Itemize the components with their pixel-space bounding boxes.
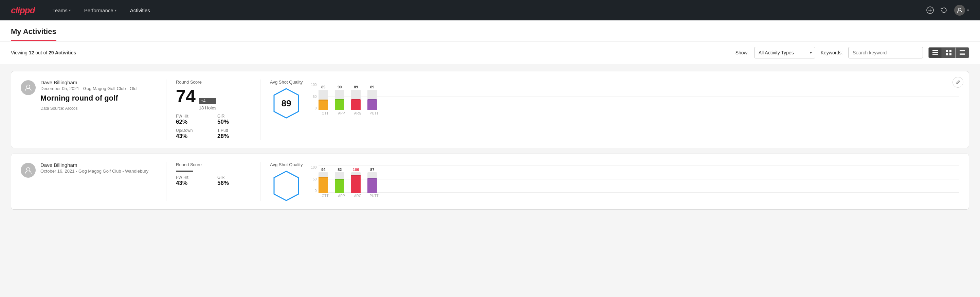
card-info: Dave Billingham December 05, 2021 - Gog … xyxy=(40,80,137,111)
score-row-2 xyxy=(176,170,251,172)
card-left: Dave Billingham December 05, 2021 - Gog … xyxy=(21,80,156,111)
card-meta-2: October 16, 2021 - Gog Magog Golf Club -… xyxy=(40,169,148,174)
show-label: Show: xyxy=(735,50,749,55)
updown-label: Up/Down xyxy=(176,128,209,133)
nav-item-performance[interactable]: Performance ▾ xyxy=(83,5,118,16)
svg-rect-10 xyxy=(950,53,951,55)
card-divider-4 xyxy=(260,162,261,201)
refresh-button[interactable] xyxy=(940,7,947,14)
stat-grid: FW Hit 62% GIR 50% Up/Down 43% 1 Putt 28… xyxy=(176,114,251,140)
user-name: Dave Billingham xyxy=(40,80,137,85)
round-score-2 xyxy=(176,170,193,172)
x-label-app: APP xyxy=(337,112,346,115)
round-score-label: Round Score xyxy=(176,80,251,85)
search-input[interactable] xyxy=(848,47,923,59)
list-view-btn[interactable] xyxy=(928,47,942,58)
user-menu-button[interactable]: ▾ xyxy=(954,5,969,16)
x-label-arg: ARG xyxy=(353,112,363,115)
oneputt-value: 28% xyxy=(217,133,251,140)
svg-rect-7 xyxy=(946,50,948,52)
bar2-arg: 106 xyxy=(351,168,361,193)
svg-rect-6 xyxy=(932,54,938,55)
bar-app: 90 xyxy=(335,85,344,110)
compact-view-btn[interactable] xyxy=(956,47,969,58)
stat-item: Up/Down 43% xyxy=(176,128,209,140)
performance-chevron-icon: ▾ xyxy=(115,8,116,12)
svg-point-17 xyxy=(27,168,30,171)
bar2-putt: 87 xyxy=(368,168,377,193)
data-source: Data Source: Arccos xyxy=(40,106,137,111)
shot-quality-chart-2: 100 50 0 94 xyxy=(311,166,959,198)
card-divider xyxy=(166,80,166,140)
stat-item-fw: FW Hit 43% xyxy=(176,175,209,187)
bar-putt: 89 xyxy=(368,85,377,110)
svg-rect-12 xyxy=(959,52,965,52)
grid-view-btn[interactable] xyxy=(942,47,956,58)
avatar xyxy=(954,5,965,16)
gir-label: GIR xyxy=(217,114,251,118)
add-button[interactable] xyxy=(926,6,934,14)
svg-rect-9 xyxy=(946,53,948,55)
nav-item-teams[interactable]: Teams ▾ xyxy=(51,5,72,16)
stat-item: 1 Putt 28% xyxy=(217,128,251,140)
hexagon-wrapper-2: Avg Shot Quality xyxy=(270,162,303,201)
round-score: 74 xyxy=(176,87,196,105)
bar-arg: 89 xyxy=(351,85,361,110)
holes: 18 Holes xyxy=(199,105,216,110)
svg-rect-13 xyxy=(959,53,965,54)
viewing-text: Viewing 12 out of 29 Activities xyxy=(11,50,730,55)
stat-item-gir: GIR 56% xyxy=(217,175,251,187)
logo[interactable]: clippd xyxy=(11,5,35,16)
card-stats-2: Round Score FW Hit 43% GIR 56% xyxy=(176,162,251,187)
user-name-2: Dave Billingham xyxy=(40,162,148,168)
card-quality-2: Avg Shot Quality 100 50 0 xyxy=(270,162,959,201)
keywords-label: Keywords: xyxy=(821,50,843,55)
avatar-2 xyxy=(21,163,36,178)
svg-rect-14 xyxy=(959,54,965,55)
stat-grid-2: FW Hit 43% GIR 56% xyxy=(176,175,251,187)
viewing-total: 29 xyxy=(49,50,54,55)
activity-card: Dave Billingham December 05, 2021 - Gog … xyxy=(11,71,969,148)
hexagon-2 xyxy=(273,171,300,201)
hexagon: 89 xyxy=(273,88,300,118)
score-row: 74 +4 18 Holes xyxy=(176,87,251,110)
card-divider-3 xyxy=(166,162,166,201)
oneputt-label: 1 Putt xyxy=(217,128,251,133)
card-quality: Avg Shot Quality 89 100 50 0 xyxy=(270,80,959,118)
page-title: My Activities xyxy=(11,27,56,41)
x-label-putt: PUTT xyxy=(369,112,379,115)
page-header: My Activities xyxy=(0,21,980,42)
nav-item-activities[interactable]: Activities xyxy=(129,5,151,16)
stat-item: GIR 50% xyxy=(217,114,251,125)
view-toggle xyxy=(928,47,969,58)
filter-bar: Viewing 12 out of 29 Activities Show: Al… xyxy=(0,42,980,64)
fw-hit-label: FW Hit xyxy=(176,114,209,118)
navbar: clippd Teams ▾ Performance ▾ Activities xyxy=(0,0,980,21)
card-divider-2 xyxy=(260,80,261,140)
bar-ott: 85 xyxy=(318,85,328,110)
avatar-chevron-icon: ▾ xyxy=(967,8,969,13)
y-label-0: 0 xyxy=(311,106,317,110)
round-score-label-2: Round Score xyxy=(176,162,251,167)
teams-chevron-icon: ▾ xyxy=(69,8,71,12)
gir-value: 50% xyxy=(217,118,251,125)
activities-content: Dave Billingham December 05, 2021 - Gog … xyxy=(0,67,980,219)
activity-type-select[interactable]: All Activity Types xyxy=(754,47,815,59)
svg-rect-8 xyxy=(950,50,951,52)
svg-rect-4 xyxy=(932,50,938,51)
score-diff: +4 xyxy=(199,98,216,104)
avatar xyxy=(21,80,36,95)
y-label-50: 50 xyxy=(311,95,317,99)
nav-icons: ▾ xyxy=(926,5,969,16)
updown-value: 43% xyxy=(176,133,209,140)
svg-point-15 xyxy=(27,85,30,88)
shot-quality-chart: 100 50 0 85 xyxy=(311,83,959,115)
viewing-count: 12 xyxy=(29,50,34,55)
x-label-ott: OTT xyxy=(321,112,330,115)
bar2-ott: 94 xyxy=(318,168,328,193)
svg-marker-18 xyxy=(274,171,299,201)
card-left-2: Dave Billingham October 16, 2021 - Gog M… xyxy=(21,162,156,178)
hexagon-wrapper: Avg Shot Quality 89 xyxy=(270,80,303,118)
quality-label: Avg Shot Quality xyxy=(270,80,303,85)
quality-label-2: Avg Shot Quality xyxy=(270,162,303,167)
